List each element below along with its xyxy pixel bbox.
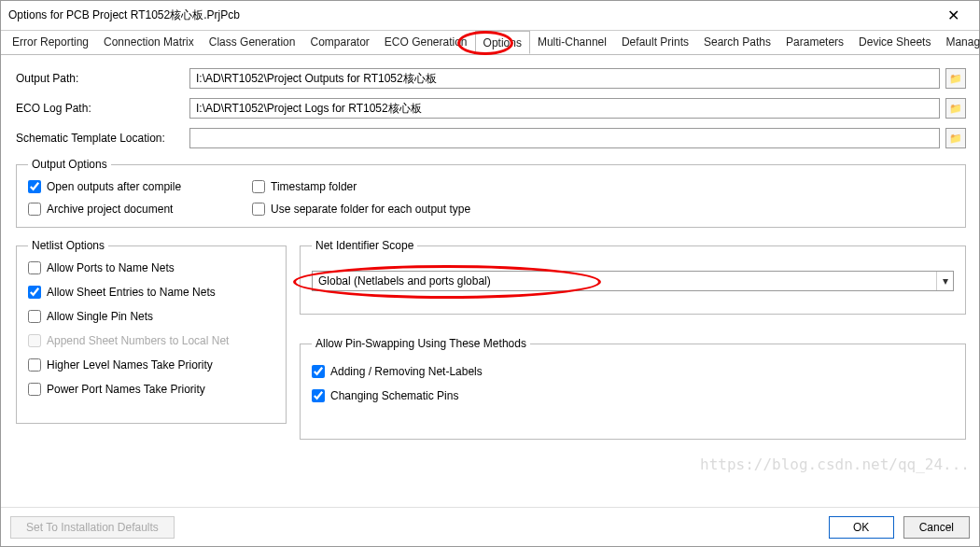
net-identifier-scope-group: Net Identifier Scope Global (Netlabels a… xyxy=(300,239,966,315)
schematic-template-label: Schematic Template Location: xyxy=(16,132,184,145)
open-outputs-label: Open outputs after compile xyxy=(47,180,181,193)
pin-swapping-group: Allow Pin-Swapping Using These Methods A… xyxy=(300,337,966,440)
allow-sheet-entries-label: Allow Sheet Entries to Name Nets xyxy=(47,286,216,299)
netlist-options-list: Allow Ports to Name Nets Allow Sheet Ent… xyxy=(28,261,274,396)
separate-folder-checkbox[interactable]: Use separate folder for each output type xyxy=(252,203,954,216)
changing-pins-label: Changing Schematic Pins xyxy=(330,389,458,402)
archive-project-label: Archive project document xyxy=(47,203,173,216)
cancel-button[interactable]: Cancel xyxy=(903,516,970,539)
chevron-down-icon[interactable]: ▾ xyxy=(936,272,953,290)
output-path-input[interactable] xyxy=(189,68,940,89)
adding-netlabels-checkbox[interactable]: Adding / Removing Net-Labels xyxy=(312,365,954,378)
tab-search-paths[interactable]: Search Paths xyxy=(696,31,778,54)
tabs-row: Error Reporting Connection Matrix Class … xyxy=(1,31,979,55)
window-title: Options for PCB Project RT1052核心板.PrjPcb xyxy=(8,7,934,23)
net-identifier-scope-legend: Net Identifier Scope xyxy=(312,239,417,252)
allow-sheet-entries-checkbox[interactable]: Allow Sheet Entries to Name Nets xyxy=(28,286,274,299)
archive-project-input[interactable] xyxy=(28,203,41,216)
allow-single-pin-checkbox[interactable]: Allow Single Pin Nets xyxy=(28,310,274,323)
allow-ports-input[interactable] xyxy=(28,261,41,274)
allow-ports-checkbox[interactable]: Allow Ports to Name Nets xyxy=(28,261,274,274)
tab-device-sheets[interactable]: Device Sheets xyxy=(851,31,938,54)
schematic-template-browse-icon[interactable]: 📁 xyxy=(945,128,966,148)
tab-class-generation[interactable]: Class Generation xyxy=(202,31,303,54)
watermark-text: https://blog.csdn.net/qq_24... xyxy=(700,456,970,473)
adding-netlabels-label: Adding / Removing Net-Labels xyxy=(330,365,483,378)
tab-default-prints[interactable]: Default Prints xyxy=(614,31,696,54)
separate-folder-input[interactable] xyxy=(252,203,265,216)
power-port-names-label: Power Port Names Take Priority xyxy=(47,383,205,396)
right-column: Net Identifier Scope Global (Netlabels a… xyxy=(300,239,966,451)
tab-parameters[interactable]: Parameters xyxy=(778,31,851,54)
output-options-grid: Open outputs after compile Timestamp fol… xyxy=(28,180,954,216)
tab-options[interactable]: Options xyxy=(475,31,530,54)
higher-level-names-checkbox[interactable]: Higher Level Names Take Priority xyxy=(28,358,274,372)
adding-netlabels-input[interactable] xyxy=(312,365,325,378)
timestamp-folder-input[interactable] xyxy=(252,180,265,193)
dialog-window: Options for PCB Project RT1052核心板.PrjPcb… xyxy=(0,0,980,547)
output-path-row: Output Path: 📁 xyxy=(16,68,966,89)
eco-path-browse-icon[interactable]: 📁 xyxy=(945,98,966,119)
scope-select[interactable]: Global (Netlabels and ports global) ▾ xyxy=(312,271,954,291)
netlist-options-legend: Netlist Options xyxy=(28,239,108,252)
eco-path-row: ECO Log Path: 📁 xyxy=(16,98,966,119)
eco-path-label: ECO Log Path: xyxy=(16,102,184,115)
append-sheet-numbers-input xyxy=(28,334,41,347)
allow-sheet-entries-input[interactable] xyxy=(28,286,41,299)
lower-columns: Netlist Options Allow Ports to Name Nets… xyxy=(16,239,966,451)
changing-pins-input[interactable] xyxy=(312,389,325,402)
higher-level-names-label: Higher Level Names Take Priority xyxy=(47,358,213,372)
set-defaults-button: Set To Installation Defaults xyxy=(10,516,175,539)
changing-pins-checkbox[interactable]: Changing Schematic Pins xyxy=(312,389,954,402)
pin-swapping-list: Adding / Removing Net-Labels Changing Sc… xyxy=(312,365,954,402)
separate-folder-label: Use separate folder for each output type xyxy=(271,203,470,216)
titlebar: Options for PCB Project RT1052核心板.PrjPcb… xyxy=(1,1,979,31)
schematic-template-input[interactable] xyxy=(189,128,940,148)
tab-multi-channel[interactable]: Multi-Channel xyxy=(530,31,614,54)
power-port-names-input[interactable] xyxy=(28,383,41,396)
timestamp-folder-label: Timestamp folder xyxy=(271,180,357,193)
allow-single-pin-label: Allow Single Pin Nets xyxy=(47,310,153,323)
tab-error-reporting[interactable]: Error Reporting xyxy=(5,31,96,54)
power-port-names-checkbox[interactable]: Power Port Names Take Priority xyxy=(28,383,274,396)
higher-level-names-input[interactable] xyxy=(28,358,41,372)
allow-single-pin-input[interactable] xyxy=(28,310,41,323)
tab-managed-output[interactable]: Managed O xyxy=(938,31,980,54)
tabs-container: Error Reporting Connection Matrix Class … xyxy=(1,31,979,55)
ok-button[interactable]: OK xyxy=(829,516,894,539)
timestamp-folder-checkbox[interactable]: Timestamp folder xyxy=(252,180,954,193)
pin-swapping-legend: Allow Pin-Swapping Using These Methods xyxy=(312,337,530,350)
output-path-label: Output Path: xyxy=(16,72,184,85)
content-area: Output Path: 📁 ECO Log Path: 📁 Schematic… xyxy=(1,55,979,507)
append-sheet-numbers-checkbox: Append Sheet Numbers to Local Net xyxy=(28,334,274,347)
archive-project-checkbox[interactable]: Archive project document xyxy=(28,203,233,216)
tab-eco-generation[interactable]: ECO Generation xyxy=(377,31,475,54)
scope-selected-text: Global (Netlabels and ports global) xyxy=(313,274,936,288)
close-icon[interactable]: ✕ xyxy=(934,7,972,24)
schematic-template-row: Schematic Template Location: 📁 xyxy=(16,128,966,148)
output-options-legend: Output Options xyxy=(28,158,111,171)
tab-connection-matrix[interactable]: Connection Matrix xyxy=(96,31,202,54)
netlist-options-group: Netlist Options Allow Ports to Name Nets… xyxy=(16,239,287,424)
append-sheet-numbers-label: Append Sheet Numbers to Local Net xyxy=(47,334,229,347)
eco-path-input[interactable] xyxy=(189,98,940,119)
open-outputs-input[interactable] xyxy=(28,180,41,193)
output-options-group: Output Options Open outputs after compil… xyxy=(16,158,966,228)
tab-comparator[interactable]: Comparator xyxy=(302,31,376,54)
allow-ports-label: Allow Ports to Name Nets xyxy=(47,261,175,274)
output-path-browse-icon[interactable]: 📁 xyxy=(945,68,966,89)
open-outputs-checkbox[interactable]: Open outputs after compile xyxy=(28,180,233,193)
footer: Set To Installation Defaults OK Cancel xyxy=(1,507,979,546)
